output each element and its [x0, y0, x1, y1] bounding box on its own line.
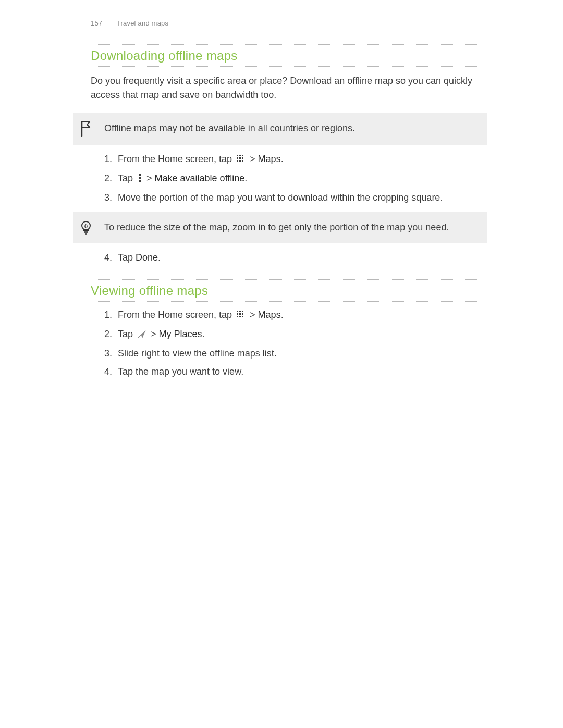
svg-rect-18: [242, 311, 243, 312]
section-viewing: Viewing offline maps From the Home scree…: [91, 279, 487, 379]
step-text: Slide right to view the offline maps lis…: [118, 348, 277, 359]
step-text: >: [148, 329, 159, 339]
svg-rect-7: [239, 160, 241, 162]
step-item: From the Home screen, tap > Maps.: [115, 308, 487, 323]
svg-rect-19: [237, 313, 238, 315]
apps-grid-icon: [237, 309, 245, 323]
page-header: 157 Travel and maps: [0, 18, 563, 29]
steps-block-b: Tap Done.: [91, 251, 487, 265]
svg-rect-24: [242, 316, 243, 317]
section-title: Viewing offline maps: [91, 280, 487, 301]
svg-rect-16: [237, 311, 238, 312]
svg-rect-4: [239, 157, 241, 159]
svg-rect-2: [242, 155, 243, 156]
step-bold: My Places: [159, 329, 202, 339]
step-text: .: [244, 173, 247, 183]
step-item: Slide right to view the offline maps lis…: [115, 347, 487, 361]
step-item: From the Home screen, tap > Maps.: [115, 152, 487, 167]
step-item: Tap > Make available offline.: [115, 171, 487, 187]
step-text: .: [202, 329, 205, 339]
step-bold: Maps: [258, 154, 281, 164]
step-text: From the Home screen, tap: [118, 154, 235, 164]
svg-rect-8: [242, 160, 243, 162]
step-bold: Make available offline: [155, 173, 245, 183]
overflow-menu-icon: [138, 172, 142, 187]
title-rule: Downloading offline maps: [91, 44, 487, 67]
svg-rect-5: [242, 157, 243, 159]
header-section: Travel and maps: [117, 19, 168, 27]
step-text: Tap the map you want to view.: [118, 366, 243, 377]
svg-rect-20: [239, 313, 241, 315]
flag-callout-text: Offline maps may not be available in all…: [104, 121, 477, 135]
flag-icon: [75, 121, 97, 137]
tip-callout: To reduce the size of the map, zoom in t…: [73, 212, 487, 243]
svg-rect-6: [237, 160, 238, 162]
tip-callout-text: To reduce the size of the map, zoom in t…: [104, 220, 477, 235]
svg-rect-9: [139, 174, 141, 176]
lightbulb-icon: [75, 220, 97, 235]
svg-rect-17: [239, 311, 241, 312]
svg-point-12: [82, 221, 90, 230]
step-item: Tap > My Places.: [115, 327, 487, 342]
svg-rect-0: [237, 155, 238, 156]
step-bold: Maps: [258, 310, 281, 320]
svg-rect-23: [239, 316, 241, 317]
step-item: Move the portion of the map you want to …: [115, 191, 487, 205]
page-number: 157: [91, 19, 102, 27]
ordered-steps: From the Home screen, tap > Maps. Tap > …: [91, 152, 487, 205]
section-intro: Do you frequently visit a specific area …: [91, 74, 487, 102]
ordered-steps: From the Home screen, tap > Maps. Tap > …: [91, 308, 487, 379]
step-text: >: [144, 173, 155, 183]
step-text: Tap: [118, 173, 136, 183]
apps-grid-icon: [237, 153, 245, 167]
step-text: >: [247, 154, 258, 164]
ordered-steps: Tap Done.: [91, 251, 487, 265]
step-item: Tap Done.: [115, 251, 487, 265]
steps-block-a: From the Home screen, tap > Maps. Tap > …: [91, 152, 487, 205]
svg-rect-3: [237, 157, 238, 159]
step-item: Tap the map you want to view.: [115, 365, 487, 379]
step-text: .: [281, 154, 284, 164]
svg-rect-1: [239, 155, 241, 156]
step-text: Move the portion of the map you want to …: [118, 192, 443, 203]
location-arrow-icon: [138, 328, 146, 342]
step-text: Tap: [118, 252, 136, 263]
title-rule: Viewing offline maps: [91, 279, 487, 302]
step-text: .: [281, 310, 284, 320]
step-text: Tap: [118, 329, 136, 339]
svg-rect-11: [139, 180, 141, 182]
section-downloading: Downloading offline maps Do you frequent…: [91, 44, 487, 102]
step-text: From the Home screen, tap: [118, 310, 235, 320]
svg-rect-22: [237, 316, 238, 317]
svg-rect-21: [242, 313, 243, 315]
step-text: >: [247, 310, 258, 320]
step-text: .: [158, 252, 161, 263]
svg-rect-10: [139, 177, 141, 179]
flag-callout: Offline maps may not be available in all…: [73, 113, 487, 145]
section-title: Downloading offline maps: [91, 45, 487, 66]
step-bold: Done: [136, 252, 158, 263]
page: 157 Travel and maps Downloading offline …: [0, 0, 563, 379]
